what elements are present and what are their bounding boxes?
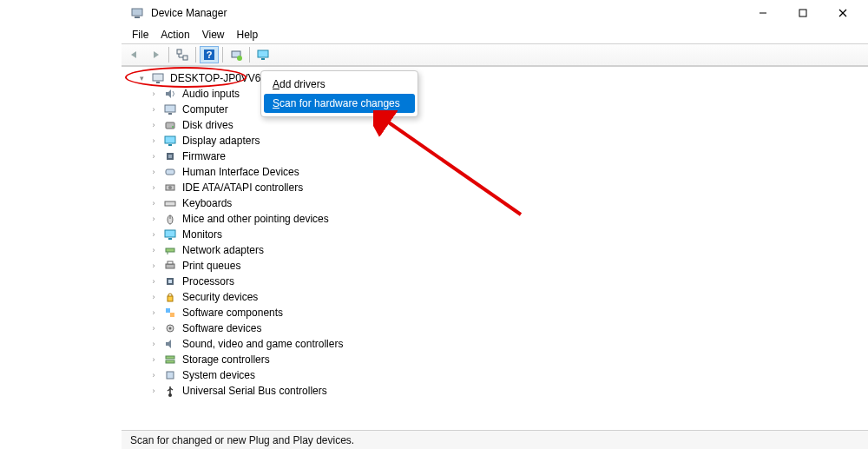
context-add-drivers[interactable]: Add drivers <box>264 75 415 94</box>
printer-icon <box>163 260 177 272</box>
tree-root-node[interactable]: ▾ DESKTOP-JP0VV6N <box>134 70 868 86</box>
minimize-button[interactable] <box>743 0 783 26</box>
tree-node[interactable]: ›Storage controllers <box>148 352 868 367</box>
chevron-right-icon[interactable]: › <box>149 121 158 129</box>
tree-node[interactable]: ›Software components <box>148 305 868 320</box>
menu-file[interactable]: File <box>132 29 148 41</box>
tree-node-label: Keyboards <box>182 195 232 211</box>
mouse-icon <box>163 213 177 225</box>
chevron-right-icon[interactable]: › <box>149 355 158 364</box>
tree-node[interactable]: ›Display adapters <box>148 133 868 149</box>
tree-node-label: Processors <box>182 274 234 289</box>
hid-icon <box>163 166 177 178</box>
chevron-right-icon[interactable]: › <box>149 324 158 333</box>
tree-node-label: Software devices <box>182 320 261 336</box>
menu-help[interactable]: Help <box>237 29 259 41</box>
chevron-right-icon[interactable]: › <box>149 261 158 270</box>
chevron-right-icon[interactable]: › <box>149 136 158 145</box>
tree-node-label: Disk drives <box>182 117 233 133</box>
close-button[interactable] <box>823 0 863 26</box>
chevron-right-icon[interactable]: › <box>149 168 158 176</box>
network-icon <box>163 244 177 256</box>
tree-node-label: Universal Serial Bus controllers <box>182 383 327 399</box>
sound-icon <box>163 338 177 350</box>
forward-button[interactable] <box>146 46 165 63</box>
chevron-right-icon[interactable]: › <box>149 152 158 161</box>
chevron-right-icon[interactable]: › <box>149 277 158 286</box>
svg-point-13 <box>237 56 242 61</box>
tree-node-label: Sound, video and game controllers <box>182 336 343 352</box>
chevron-right-icon[interactable]: › <box>149 386 158 395</box>
tree-node[interactable]: ›Universal Serial Bus controllers <box>148 383 868 399</box>
svg-rect-7 <box>183 56 187 60</box>
scan-hardware-button[interactable] <box>227 46 246 63</box>
swdev-icon <box>163 322 177 334</box>
tree-node-label: Network adapters <box>182 242 264 258</box>
cpu-icon <box>163 275 177 287</box>
chevron-right-icon[interactable]: › <box>149 183 158 192</box>
tree-node[interactable]: ›Print queues <box>148 258 868 274</box>
tree-node[interactable]: ›Keyboards <box>148 195 868 211</box>
chevron-right-icon[interactable]: › <box>149 230 158 239</box>
svg-rect-48 <box>167 372 174 379</box>
tree-node-label: Computer <box>182 102 228 117</box>
chevron-right-icon[interactable]: › <box>149 105 158 114</box>
svg-rect-46 <box>166 356 174 359</box>
chevron-down-icon[interactable]: ▾ <box>137 74 146 83</box>
tree-node[interactable]: ›IDE ATA/ATAPI controllers <box>148 180 868 195</box>
swcomp-icon <box>163 307 177 319</box>
chevron-right-icon[interactable]: › <box>149 89 158 98</box>
monitor-icon <box>163 228 177 241</box>
chevron-right-icon[interactable]: › <box>149 340 158 348</box>
tree-node[interactable]: ›Computer <box>148 102 868 117</box>
context-scan-hardware[interactable]: Scan for hardware changes <box>264 94 415 113</box>
svg-rect-38 <box>168 261 173 264</box>
chevron-right-icon[interactable]: › <box>149 293 158 301</box>
back-button[interactable] <box>125 46 144 63</box>
svg-rect-6 <box>177 50 181 54</box>
statusbar: Scan for changed or new Plug and Play de… <box>122 430 868 449</box>
tree-node[interactable]: ›Network adapters <box>148 242 868 258</box>
svg-rect-18 <box>165 105 175 112</box>
svg-rect-17 <box>156 82 160 83</box>
tree-node[interactable]: ›Security devices <box>148 289 868 305</box>
window-title: Device Manager <box>151 7 743 19</box>
chevron-right-icon[interactable]: › <box>149 308 158 317</box>
menu-action[interactable]: Action <box>161 29 189 41</box>
tree-node-label: Human Interface Devices <box>182 164 299 180</box>
svg-rect-22 <box>165 136 175 143</box>
chevron-right-icon[interactable]: › <box>149 246 158 254</box>
chevron-right-icon[interactable]: › <box>149 199 158 208</box>
firmware-icon <box>163 150 177 162</box>
window-controls <box>743 0 863 26</box>
tree-node-label: System devices <box>182 367 255 383</box>
tree-view-button[interactable] <box>173 46 192 63</box>
chevron-right-icon[interactable]: › <box>149 371 158 380</box>
svg-point-50 <box>168 393 172 397</box>
tree-node[interactable]: ›Processors <box>148 274 868 289</box>
tree-node[interactable]: ›Human Interface Devices <box>148 164 868 180</box>
tree-node-label: Storage controllers <box>182 352 270 367</box>
tree-node[interactable]: ›Mice and other pointing devices <box>148 211 868 227</box>
tree-node[interactable]: ›System devices <box>148 367 868 383</box>
system-icon <box>163 369 177 381</box>
tree-node[interactable]: ›Audio inputs <box>148 86 868 102</box>
tree-node[interactable]: ›Sound, video and game controllers <box>148 336 868 352</box>
audio-icon <box>163 88 177 100</box>
tree-node[interactable]: ›Firmware <box>148 149 868 164</box>
svg-rect-37 <box>166 264 174 268</box>
svg-point-28 <box>168 186 172 189</box>
maximize-button[interactable] <box>783 0 823 26</box>
tree-node[interactable]: ›Software devices <box>148 320 868 336</box>
help-button[interactable]: ? <box>200 46 219 63</box>
chevron-right-icon[interactable]: › <box>149 215 158 223</box>
svg-rect-25 <box>168 155 172 158</box>
svg-rect-40 <box>168 280 172 283</box>
tree-node[interactable]: ›Disk drives <box>148 117 868 133</box>
svg-rect-19 <box>168 113 172 115</box>
svg-rect-15 <box>261 58 265 60</box>
svg-rect-14 <box>258 50 268 57</box>
tree-node[interactable]: ›Monitors <box>148 227 868 242</box>
monitor-view-button[interactable] <box>253 46 273 63</box>
menu-view[interactable]: View <box>202 29 225 41</box>
